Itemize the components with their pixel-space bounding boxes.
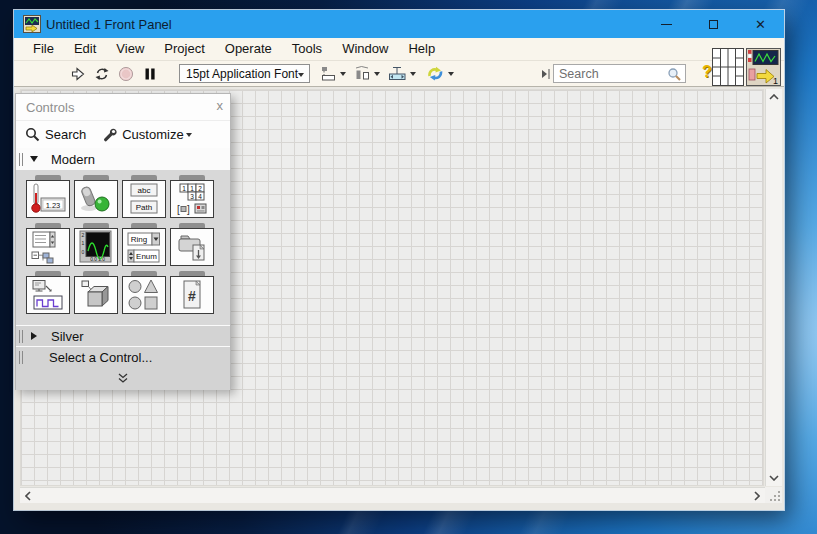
variant-class-icon (75, 277, 117, 313)
controls-palette: Controls x Search Customize Mod (15, 93, 231, 390)
section-label: Modern (51, 152, 95, 167)
font-selector-value: 15pt Application Font (186, 67, 298, 81)
chevron-left-icon (25, 491, 31, 501)
array-cell: 4 (198, 193, 202, 200)
titlebar[interactable]: Untitled 1 Front Panel ✕ (14, 10, 784, 38)
palette-section-modern[interactable]: Modern (16, 148, 230, 170)
collapsed-triangle-icon[interactable] (31, 332, 37, 340)
graph-ytick: 2 (82, 232, 85, 238)
desktop-wallpaper: Untitled 1 Front Panel ✕ File Edit View … (0, 0, 817, 534)
chevron-up-icon (769, 94, 779, 100)
palette-tile-ring-enum[interactable]: Ring Enum (122, 228, 166, 266)
drag-handle-icon[interactable] (19, 330, 23, 343)
palette-title: Controls (26, 100, 74, 115)
chevron-down-icon (374, 72, 380, 76)
palette-search-button[interactable]: Search (45, 127, 86, 142)
menu-help[interactable]: Help (398, 38, 445, 60)
palette-tile-containers[interactable] (170, 228, 214, 266)
chevron-down-icon (769, 475, 779, 481)
palette-tile-io[interactable] (26, 276, 70, 314)
svg-text:]: ] (187, 204, 190, 215)
palette-titlebar[interactable]: Controls x (16, 94, 230, 120)
refnum-icon: # (171, 277, 213, 313)
minimize-button[interactable] (643, 10, 690, 38)
palette-tile-list-table-tree[interactable] (26, 228, 70, 266)
distribute-objects-button[interactable] (354, 65, 380, 82)
pause-button[interactable] (141, 65, 159, 83)
labview-front-panel-window: Untitled 1 Front Panel ✕ File Edit View … (14, 10, 784, 510)
abort-button-disabled (117, 65, 135, 83)
menu-edit[interactable]: Edit (64, 38, 106, 60)
containers-icon (171, 229, 213, 265)
search-icon (667, 67, 682, 82)
menu-project[interactable]: Project (154, 38, 214, 60)
wrench-icon (102, 127, 118, 143)
font-selector[interactable]: 15pt Application Font (179, 64, 310, 83)
align-objects-button[interactable] (320, 65, 346, 82)
close-button[interactable]: ✕ (737, 10, 784, 38)
menu-view[interactable]: View (106, 38, 154, 60)
enum-label: Enum (136, 252, 157, 261)
graph-ytick: 1 (82, 240, 85, 246)
decorations-icon (123, 277, 165, 313)
boolean-icon (75, 181, 117, 217)
ring-enum-icon: Ring Enum (123, 229, 165, 265)
vertical-scrollbar[interactable] (765, 89, 782, 486)
chevron-down-icon (448, 72, 454, 76)
array-cluster-icon: 1 1 2 3 4 [ ] (171, 181, 213, 217)
numeric-value: 1.23 (46, 201, 61, 210)
palette-tile-graph[interactable]: 2 1 0 0.0 1.0 (74, 228, 118, 266)
io-icon (27, 277, 69, 313)
palette-section-silver[interactable]: Silver (16, 325, 230, 346)
expanded-triangle-icon[interactable] (30, 156, 38, 162)
menu-file[interactable]: File (23, 38, 64, 60)
run-button[interactable] (69, 65, 87, 83)
reorder-button[interactable] (426, 65, 454, 82)
section-label: Select a Control... (49, 350, 152, 365)
chevron-down-icon (298, 73, 304, 77)
horizontal-scrollbar[interactable] (20, 487, 765, 503)
menu-tools[interactable]: Tools (282, 38, 332, 60)
chevron-down-icon (186, 133, 192, 137)
path-label: Path (136, 203, 152, 212)
palette-tile-string-path[interactable]: abc Path (122, 180, 166, 218)
scroll-down-button[interactable] (766, 470, 782, 486)
window-title: Untitled 1 Front Panel (46, 17, 172, 32)
graph-icon: 2 1 0 0.0 1.0 (75, 229, 117, 265)
maximize-button[interactable] (690, 10, 737, 38)
palette-tile-refnum[interactable]: # (170, 276, 214, 314)
palette-tile-array-cluster[interactable]: 1 1 2 3 4 [ ] (170, 180, 214, 218)
palette-tile-boolean[interactable] (74, 180, 118, 218)
palette-tile-variant-class[interactable] (74, 276, 118, 314)
resize-grip[interactable] (770, 491, 780, 501)
palette-expand-button[interactable] (16, 367, 230, 390)
toolbar-expand-icon[interactable] (541, 68, 551, 80)
palette-customize-button[interactable]: Customize (122, 127, 183, 142)
palette-section-select-control[interactable]: Select a Control... (16, 346, 230, 367)
scroll-left-button[interactable] (20, 488, 36, 504)
close-icon: ✕ (755, 18, 766, 31)
palette-tile-numeric[interactable]: 1.23 (26, 180, 70, 218)
array-cell: 3 (190, 193, 194, 200)
toolbar: 15pt Application Font (14, 61, 784, 87)
vi-icon[interactable]: 1 (746, 48, 781, 86)
svg-text:[: [ (177, 204, 180, 215)
resize-objects-button[interactable] (388, 65, 416, 82)
search-box[interactable] (553, 64, 686, 83)
drag-handle-icon[interactable] (19, 153, 23, 166)
menu-operate[interactable]: Operate (215, 38, 282, 60)
palette-close-button[interactable]: x (217, 98, 224, 113)
scroll-right-button[interactable] (749, 488, 765, 504)
resize-objects-icon (388, 65, 407, 82)
minimize-icon (661, 24, 672, 25)
scroll-up-button[interactable] (766, 89, 782, 105)
distribute-objects-icon (354, 65, 371, 82)
menu-window[interactable]: Window (332, 38, 398, 60)
vi-number: 1 (773, 76, 778, 86)
numeric-icon: 1.23 (27, 181, 69, 217)
drag-handle-icon[interactable] (19, 351, 23, 364)
run-continuously-button[interactable] (93, 65, 111, 83)
search-input[interactable] (559, 66, 664, 81)
palette-tile-decorations[interactable] (122, 276, 166, 314)
connector-pane-icon[interactable] (712, 48, 744, 86)
